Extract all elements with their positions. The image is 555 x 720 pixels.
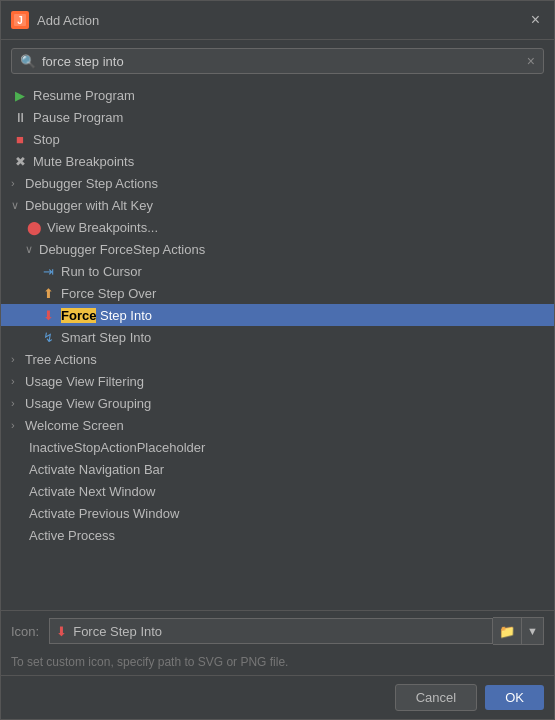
add-action-dialog: J Add Action × 🔍 × ▶ Resume Program ⏸ Pa… bbox=[0, 0, 555, 720]
list-item-active-process[interactable]: Active Process bbox=[1, 524, 554, 546]
item-label-stop: Stop bbox=[33, 132, 60, 147]
list-item-debugger-step[interactable]: › Debugger Step Actions bbox=[1, 172, 554, 194]
icon-name-text: Force Step Into bbox=[73, 624, 486, 639]
list-item-smart-step-into[interactable]: ↯ Smart Step Into bbox=[1, 326, 554, 348]
list-item-resume[interactable]: ▶ Resume Program bbox=[1, 84, 554, 106]
item-label-mute: Mute Breakpoints bbox=[33, 154, 134, 169]
list-item-usage-group[interactable]: › Usage View Grouping bbox=[1, 392, 554, 414]
icon-dropdown-button[interactable]: ▼ bbox=[522, 617, 544, 645]
mute-icon: ✖ bbox=[11, 153, 29, 169]
list-item-activate-prev[interactable]: Activate Previous Window bbox=[1, 502, 554, 524]
list-item-mute[interactable]: ✖ Mute Breakpoints bbox=[1, 150, 554, 172]
expand-arrow: ∨ bbox=[11, 199, 25, 212]
run-cursor-icon: ⇥ bbox=[39, 263, 57, 279]
dialog-icon: J bbox=[11, 11, 29, 29]
item-label-activate-next: Activate Next Window bbox=[29, 484, 155, 499]
dialog-title: Add Action bbox=[37, 13, 527, 28]
item-label-usage-filter: Usage View Filtering bbox=[25, 374, 144, 389]
item-label-inactive-stop: InactiveStopActionPlaceholder bbox=[29, 440, 205, 455]
item-label-force-step-into: Force Step Into bbox=[61, 308, 152, 323]
item-label-tree-actions: Tree Actions bbox=[25, 352, 97, 367]
search-bar: 🔍 × bbox=[11, 48, 544, 74]
collapse-arrow-4: › bbox=[11, 397, 25, 409]
pause-icon: ⏸ bbox=[11, 109, 29, 125]
collapse-arrow-5: › bbox=[11, 419, 25, 431]
action-list: ▶ Resume Program ⏸ Pause Program ■ Stop … bbox=[1, 82, 554, 610]
collapse-arrow-3: › bbox=[11, 375, 25, 387]
item-label-pause: Pause Program bbox=[33, 110, 123, 125]
list-item-activate-nav[interactable]: Activate Navigation Bar bbox=[1, 458, 554, 480]
close-button[interactable]: × bbox=[527, 9, 544, 31]
step-over-icon: ⬆ bbox=[39, 285, 57, 301]
list-item-debugger-force[interactable]: ∨ Debugger ForceStep Actions bbox=[1, 238, 554, 260]
footer: Cancel OK bbox=[1, 675, 554, 719]
item-label-force-step-over: Force Step Over bbox=[61, 286, 156, 301]
item-label-debugger-force: Debugger ForceStep Actions bbox=[39, 242, 205, 257]
item-label-resume: Resume Program bbox=[33, 88, 135, 103]
list-item-force-step-into[interactable]: ⬇ Force Step Into bbox=[1, 304, 554, 326]
expand-arrow-2: ∨ bbox=[25, 243, 39, 256]
item-label-debugger-alt: Debugger with Alt Key bbox=[25, 198, 153, 213]
resume-icon: ▶ bbox=[11, 87, 29, 103]
list-item-welcome[interactable]: › Welcome Screen bbox=[1, 414, 554, 436]
icon-bar-label: Icon: bbox=[11, 624, 39, 639]
item-label-usage-group: Usage View Grouping bbox=[25, 396, 151, 411]
smart-step-icon: ↯ bbox=[39, 329, 57, 345]
list-item-debugger-alt[interactable]: ∨ Debugger with Alt Key bbox=[1, 194, 554, 216]
step-into-icon: ⬇ bbox=[39, 307, 57, 323]
list-item-usage-filter[interactable]: › Usage View Filtering bbox=[1, 370, 554, 392]
icon-bar: Icon: ⬇ Force Step Into 📁 ▼ bbox=[1, 610, 554, 651]
item-label-active-process: Active Process bbox=[29, 528, 115, 543]
list-item-tree-actions[interactable]: › Tree Actions bbox=[1, 348, 554, 370]
search-input[interactable] bbox=[42, 54, 527, 69]
highlight-force: Force bbox=[61, 308, 96, 323]
list-item-force-step-over[interactable]: ⬆ Force Step Over bbox=[1, 282, 554, 304]
item-label-activate-prev: Activate Previous Window bbox=[29, 506, 179, 521]
search-icon: 🔍 bbox=[20, 54, 36, 69]
icon-browse-button[interactable]: 📁 bbox=[493, 617, 522, 645]
titlebar: J Add Action × bbox=[1, 1, 554, 40]
list-item-view-bp[interactable]: ⬤ View Breakpoints... bbox=[1, 216, 554, 238]
list-item-inactive-stop[interactable]: InactiveStopActionPlaceholder bbox=[1, 436, 554, 458]
folder-icon: 📁 bbox=[499, 624, 515, 639]
item-label-welcome: Welcome Screen bbox=[25, 418, 124, 433]
svg-text:J: J bbox=[17, 15, 23, 26]
collapse-arrow: › bbox=[11, 177, 25, 189]
item-label-debugger-step: Debugger Step Actions bbox=[25, 176, 158, 191]
item-label-smart-step-into: Smart Step Into bbox=[61, 330, 151, 345]
list-item-run-cursor[interactable]: ⇥ Run to Cursor bbox=[1, 260, 554, 282]
item-label-view-bp: View Breakpoints... bbox=[47, 220, 158, 235]
icon-name-area: ⬇ Force Step Into bbox=[49, 618, 493, 644]
list-item-pause[interactable]: ⏸ Pause Program bbox=[1, 106, 554, 128]
breakpoint-icon: ⬤ bbox=[25, 219, 43, 235]
item-label-activate-nav: Activate Navigation Bar bbox=[29, 462, 164, 477]
stop-icon: ■ bbox=[11, 131, 29, 147]
hint-text: To set custom icon, specify path to SVG … bbox=[1, 651, 554, 675]
search-clear-button[interactable]: × bbox=[527, 53, 535, 69]
cancel-button[interactable]: Cancel bbox=[395, 684, 477, 711]
selected-action-icon: ⬇ bbox=[56, 624, 67, 639]
item-label-run-cursor: Run to Cursor bbox=[61, 264, 142, 279]
ok-button[interactable]: OK bbox=[485, 685, 544, 710]
list-item-stop[interactable]: ■ Stop bbox=[1, 128, 554, 150]
collapse-arrow-2: › bbox=[11, 353, 25, 365]
list-item-activate-next[interactable]: Activate Next Window bbox=[1, 480, 554, 502]
chevron-down-icon: ▼ bbox=[527, 625, 538, 637]
